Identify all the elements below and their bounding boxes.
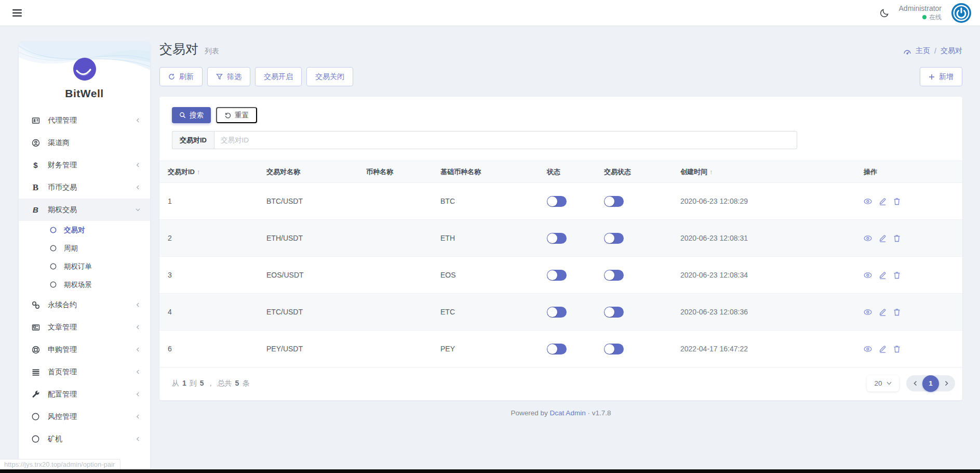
circle-bullet-icon (50, 281, 57, 288)
edit-pencil-icon[interactable] (879, 197, 887, 205)
sidebar-menu: 代理管理 渠道商 $ 财务管理 B 币币交易 B 期权交易 交易对 (19, 109, 150, 450)
refresh-button[interactable]: 刷新 (159, 67, 203, 86)
status-toggle[interactable] (547, 270, 567, 281)
chevron-down-icon (887, 382, 892, 385)
trade-status-toggle[interactable] (604, 196, 624, 207)
cell-pair-name: PEY/USDT (258, 331, 358, 367)
trade-open-button[interactable]: 交易开启 (255, 67, 302, 86)
sidebar-item-agent-management[interactable]: 代理管理 (19, 109, 150, 132)
view-eye-icon[interactable] (864, 309, 872, 316)
sidebar-subitem-cycle[interactable]: 周期 (19, 239, 150, 257)
delete-trash-icon[interactable] (893, 234, 901, 242)
trading-pair-id-input[interactable] (214, 131, 797, 149)
breadcrumb-home[interactable]: 主页 (916, 46, 930, 56)
sidebar-item-option-trading[interactable]: B 期权交易 (19, 199, 150, 221)
chevron-left-icon (135, 369, 141, 375)
add-button[interactable]: 新增 (920, 67, 962, 86)
delete-trash-icon[interactable] (893, 308, 901, 316)
column-header-created-at[interactable]: 创建时间↑ (672, 161, 855, 183)
delete-trash-icon[interactable] (893, 198, 901, 205)
page-size-select[interactable]: 20 (867, 375, 899, 391)
cell-pair-name: ETC/USDT (258, 294, 358, 331)
dcat-admin-link[interactable]: Dcat Admin (550, 409, 586, 417)
sidebar-item-perpetual[interactable]: 永续合约 (19, 294, 150, 316)
undo-icon (224, 112, 231, 119)
dark-mode-moon-icon[interactable] (879, 8, 890, 18)
chain-link-icon (31, 301, 40, 309)
sidebar-subitem-label: 期权场景 (64, 280, 92, 290)
user-circle-icon (31, 139, 40, 147)
trade-status-toggle[interactable] (604, 233, 624, 244)
cell-created-at: 2020-06-23 12:08:31 (672, 220, 855, 257)
search-button-label: 搜索 (190, 111, 204, 120)
sidebar-item-spot-trading[interactable]: B 币币交易 (19, 176, 150, 199)
version-text: v1.7.8 (592, 409, 611, 417)
reset-button[interactable]: 重置 (216, 107, 257, 123)
pagination: 1 (906, 375, 955, 391)
trade-status-toggle[interactable] (604, 344, 624, 354)
sort-asc-icon[interactable]: ↑ (709, 168, 713, 176)
status-toggle[interactable] (547, 233, 567, 244)
sidebar-subitem-trading-pair[interactable]: 交易对 (19, 221, 150, 239)
list-bars-icon (31, 368, 40, 376)
trade-status-toggle[interactable] (604, 270, 624, 281)
trade-close-button-label: 交易关闭 (315, 72, 344, 82)
circle-bullet-icon (50, 227, 57, 233)
edit-pencil-icon[interactable] (879, 308, 887, 316)
view-eye-icon[interactable] (864, 235, 872, 242)
cell-base-coin: BTC (432, 183, 539, 220)
delete-trash-icon[interactable] (893, 271, 901, 279)
edit-pencil-icon[interactable] (879, 271, 887, 279)
table-row: 2 ETH/USDT ETH 2020-06-23 12:08:31 (159, 220, 962, 257)
browser-status-url: https://jys.trx20.top/admin/option-pair (0, 459, 120, 470)
bitcoin-icon: B (31, 205, 40, 214)
hamburger-menu-icon[interactable] (12, 9, 22, 17)
status-toggle[interactable] (547, 344, 567, 354)
sidebar-item-subscription-management[interactable]: 申购管理 (19, 338, 150, 361)
chevron-down-icon (135, 207, 141, 213)
page-1-button[interactable]: 1 (922, 375, 939, 392)
sort-asc-icon[interactable]: ↑ (197, 168, 200, 176)
sidebar-subitem-option-orders[interactable]: 期权订单 (19, 257, 150, 275)
search-button[interactable]: 搜索 (172, 107, 211, 123)
cell-coin-name (358, 220, 432, 257)
sidebar-item-homepage-management[interactable]: 首页管理 (19, 361, 150, 383)
sidebar-item-label: 配置管理 (48, 390, 135, 399)
status-toggle[interactable] (547, 196, 567, 207)
bitwell-logo (73, 57, 97, 81)
next-page-button[interactable] (938, 380, 954, 386)
edit-pencil-icon[interactable] (879, 234, 887, 242)
sidebar-item-risk-management[interactable]: 风控管理 (19, 405, 150, 428)
chevron-left-icon (135, 117, 141, 123)
prev-page-button[interactable] (907, 380, 923, 386)
column-header-pair-id[interactable]: 交易对ID↑ (159, 161, 258, 183)
cell-base-coin: PEY (432, 331, 539, 367)
sidebar-item-article-management[interactable]: 文章管理 (19, 316, 150, 338)
table-row: 4 ETC/USDT ETC 2020-06-23 12:08:36 (159, 294, 962, 331)
sidebar-item-label: 申购管理 (48, 345, 135, 354)
filter-button[interactable]: 筛选 (207, 67, 250, 86)
status-toggle[interactable] (547, 307, 567, 318)
footer-dot: · (587, 409, 590, 417)
view-eye-icon[interactable] (864, 346, 872, 352)
chevron-left-icon (135, 347, 141, 352)
sidebar-item-config-management[interactable]: 配置管理 (19, 383, 150, 405)
life-ring-icon (31, 346, 40, 354)
sidebar-item-channel[interactable]: 渠道商 (19, 132, 150, 154)
sidebar-item-finance[interactable]: $ 财务管理 (19, 154, 150, 176)
delete-trash-icon[interactable] (893, 345, 901, 353)
sidebar-item-label: 渠道商 (48, 138, 141, 148)
edit-pencil-icon[interactable] (879, 345, 887, 353)
user-avatar[interactable] (951, 3, 972, 23)
sidebar-item-miner[interactable]: 矿机 (19, 428, 150, 450)
view-eye-icon[interactable] (864, 272, 872, 279)
plus-icon (929, 74, 935, 80)
sidebar-subitem-label: 交易对 (64, 226, 85, 235)
search-field-label: 交易对ID (172, 131, 214, 149)
sidebar-subitem-option-scene[interactable]: 期权场景 (19, 275, 150, 294)
trade-status-toggle[interactable] (604, 307, 624, 318)
view-eye-icon[interactable] (864, 198, 872, 205)
trade-close-button[interactable]: 交易关闭 (306, 67, 353, 86)
sidebar-item-label: 币币交易 (48, 183, 135, 192)
cell-coin-name (358, 331, 432, 367)
